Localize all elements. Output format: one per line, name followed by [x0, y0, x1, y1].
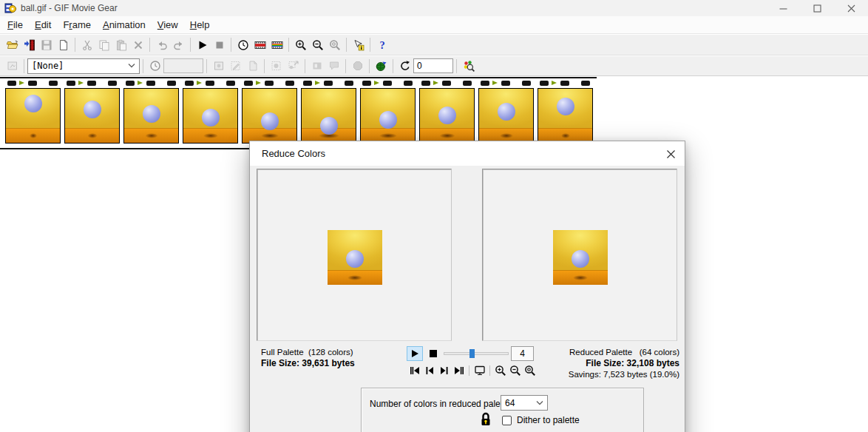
zoom-reset-button[interactable]: [326, 36, 343, 53]
last-frame-icon: [453, 365, 465, 377]
svg-text:?: ?: [379, 39, 384, 51]
delete-button[interactable]: [129, 36, 146, 53]
filmstrip: [0, 77, 597, 149]
stop-animation-button[interactable]: [211, 36, 228, 53]
preview-position-slider[interactable]: [444, 347, 509, 360]
reduced-palette-file-size: File Size: 32,108 bytes: [569, 358, 679, 369]
full-palette-preview-image: [328, 230, 382, 285]
frame-properties-button[interactable]: [4, 58, 21, 75]
frame-name-select[interactable]: [None]: [27, 58, 140, 74]
frame-comment-button[interactable]: [325, 58, 342, 75]
film-frame-10[interactable]: [538, 88, 593, 144]
select-region-button[interactable]: [268, 58, 285, 75]
frame-delay-clock-button[interactable]: [146, 58, 163, 75]
menu-help[interactable]: Help: [184, 16, 216, 33]
preview-zoom-in-button[interactable]: [494, 365, 506, 377]
film-frame-8[interactable]: [419, 88, 475, 144]
insert-frames-button[interactable]: [21, 36, 38, 53]
film-frame-6[interactable]: [301, 88, 356, 144]
sprocket-hole: [49, 81, 58, 86]
dialog-title: Reduce Colors: [262, 148, 325, 159]
zoom-in-button[interactable]: [292, 36, 309, 53]
maximize-icon: [812, 3, 823, 14]
film-frame-2[interactable]: [64, 88, 120, 144]
lock-icon[interactable]: [480, 412, 492, 427]
menu-animation[interactable]: Animation: [97, 16, 152, 33]
palette-view-button[interactable]: [460, 58, 477, 75]
maximize-button[interactable]: [800, 0, 834, 16]
film-frame-4[interactable]: [183, 88, 238, 144]
new-document-button[interactable]: [55, 36, 72, 53]
preview-monitor-button[interactable]: [473, 365, 486, 377]
edit-frame-button[interactable]: [210, 58, 227, 75]
frame-marker-icon: [19, 81, 24, 85]
ball-frame-image: [65, 89, 119, 143]
dialog-close-button[interactable]: [662, 145, 679, 163]
app-icon: [4, 2, 16, 14]
frame-timing-button[interactable]: [234, 36, 251, 53]
flatten-frame-button[interactable]: [349, 58, 366, 75]
copy-button[interactable]: [95, 36, 112, 53]
separator: [190, 38, 191, 52]
dither-checkbox[interactable]: [502, 416, 512, 425]
savings-label: Savings: 7,523 bytes (19.0%): [569, 369, 679, 380]
paste-icon: [115, 39, 127, 51]
menu-view[interactable]: View: [152, 16, 184, 33]
save-button[interactable]: [38, 36, 55, 53]
menu-edit[interactable]: Edit: [29, 16, 57, 33]
film-frame-9[interactable]: [478, 88, 534, 144]
preview-zoom-out-button[interactable]: [509, 365, 521, 377]
film-frame-3[interactable]: [123, 88, 179, 144]
context-help-button[interactable]: [350, 36, 367, 53]
preview-zoom-actual-button[interactable]: [523, 365, 536, 377]
last-frame-button[interactable]: [452, 365, 465, 377]
prev-frame-button[interactable]: [423, 365, 435, 377]
slider-thumb[interactable]: [469, 349, 475, 358]
loop-count-input[interactable]: 0: [413, 58, 453, 73]
palette-properties-button[interactable]: [268, 36, 285, 53]
preview-play-button[interactable]: [407, 346, 423, 361]
help-button[interactable]: ?: [373, 36, 390, 53]
ball-frame-image: [243, 89, 296, 143]
first-frame-button[interactable]: [408, 365, 421, 377]
chevron-down-icon: [128, 63, 135, 69]
move-region-button[interactable]: [285, 58, 302, 75]
extract-frame-button[interactable]: [244, 58, 261, 75]
frame-comment-icon: [328, 60, 340, 72]
colors-count-select[interactable]: 64: [501, 395, 548, 411]
loop-count-button[interactable]: [396, 58, 413, 75]
sprocket-hole: [522, 81, 531, 86]
minimize-button[interactable]: [766, 0, 800, 16]
sprocket-hole: [362, 81, 371, 86]
reduced-palette-info: Reduced Palette (64 colors) File Size: 3…: [569, 347, 679, 380]
mask-frame-button[interactable]: [227, 58, 244, 75]
redo-button[interactable]: [170, 36, 187, 53]
animation-properties-button[interactable]: [251, 36, 268, 53]
paste-button[interactable]: [112, 36, 129, 53]
sprocket-hole: [481, 81, 489, 86]
menu-file[interactable]: File: [1, 16, 29, 33]
full-palette-preview-pane: [257, 169, 452, 341]
separator: [231, 38, 231, 52]
menu-frame[interactable]: Frame: [57, 16, 97, 33]
film-frame-7[interactable]: [360, 88, 416, 144]
film-frame-5[interactable]: [242, 88, 297, 144]
sprocket-hole: [146, 81, 155, 86]
zoom-out-button[interactable]: [309, 36, 326, 53]
ball-frame-image: [538, 89, 592, 143]
next-frame-button[interactable]: [438, 365, 450, 377]
sprocket-hole: [421, 81, 430, 86]
separator: [288, 38, 289, 52]
close-button[interactable]: [834, 0, 868, 16]
preview-in-browser-button[interactable]: [373, 58, 390, 75]
sprocket-hole: [383, 81, 392, 86]
preview-stop-button[interactable]: [425, 346, 441, 361]
crop-frame-button[interactable]: [308, 58, 325, 75]
open-button[interactable]: [4, 36, 21, 53]
cut-button[interactable]: [78, 36, 95, 53]
play-animation-button[interactable]: [194, 36, 211, 53]
sprocket-hole: [67, 81, 75, 86]
undo-button[interactable]: [153, 36, 170, 53]
film-frame-1[interactable]: [5, 88, 61, 144]
menu-bar: FileEditFrameAnimationViewHelp: [0, 16, 868, 34]
